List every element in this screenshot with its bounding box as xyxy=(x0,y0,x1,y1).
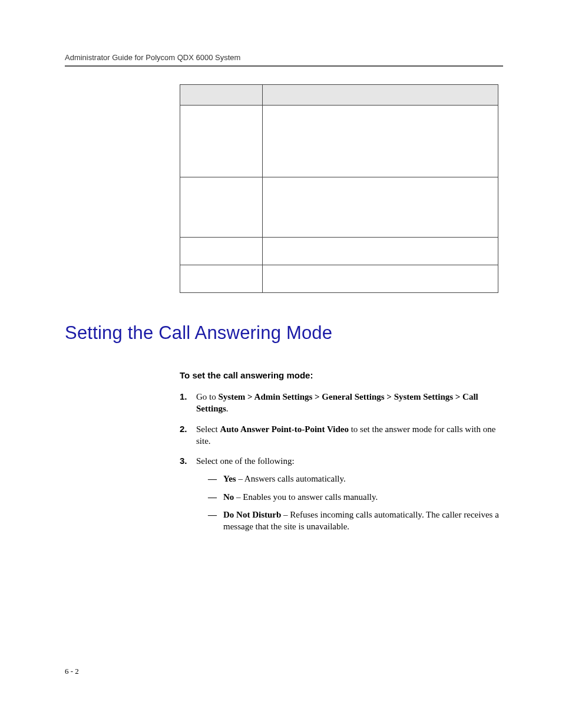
instructions-lead: To set the call answering mode: xyxy=(180,370,503,380)
step-3-text: Select one of the following: xyxy=(196,456,295,466)
table-row xyxy=(180,106,498,177)
document-page: Administrator Guide for Polycom QDX 6000… xyxy=(0,0,562,728)
step-2-pre: Select xyxy=(196,424,220,434)
settings-table xyxy=(180,84,498,293)
step-2-bold: Auto Answer Point-to-Point Video xyxy=(220,424,348,434)
table-cell xyxy=(263,265,498,293)
table-header-cell xyxy=(180,85,263,106)
header-rule xyxy=(65,65,503,67)
instructions-block: To set the call answering mode: Go to Sy… xyxy=(180,370,503,532)
step-1-post: . xyxy=(226,404,229,413)
options-list: Yes – Answers calls automatically. No – … xyxy=(208,473,503,532)
table-cell xyxy=(180,177,263,238)
table-row xyxy=(180,177,498,238)
step-3: Select one of the following: Yes – Answe… xyxy=(180,455,503,532)
step-2: Select Auto Answer Point-to-Point Video … xyxy=(180,423,503,447)
table-cell xyxy=(180,265,263,293)
table-cell xyxy=(263,177,498,238)
table-cell xyxy=(180,238,263,265)
option-no: No – Enables you to answer calls manuall… xyxy=(208,491,503,503)
table-row xyxy=(180,265,498,293)
option-dnd-bold: Do Not Disturb xyxy=(223,510,281,519)
option-no-bold: No xyxy=(223,492,234,502)
table-cell xyxy=(263,106,498,177)
table-header-row xyxy=(180,85,498,106)
section-heading: Setting the Call Answering Mode xyxy=(65,322,503,344)
step-1-pre: Go to xyxy=(196,392,219,401)
step-1: Go to System > Admin Settings > General … xyxy=(180,391,503,415)
step-1-bold: System > Admin Settings > General Settin… xyxy=(196,392,478,413)
table-cell xyxy=(263,238,498,265)
option-yes-post: – Answers calls automatically. xyxy=(236,474,346,483)
main-content xyxy=(180,84,503,293)
table-cell xyxy=(180,106,263,177)
header-title: Administrator Guide for Polycom QDX 6000… xyxy=(65,53,503,62)
page-number: 6 - 2 xyxy=(65,667,79,676)
option-yes-bold: Yes xyxy=(223,474,236,483)
option-no-post: – Enables you to answer calls manually. xyxy=(234,492,378,502)
steps-list: Go to System > Admin Settings > General … xyxy=(180,391,503,532)
table-row xyxy=(180,238,498,265)
table-header-cell xyxy=(263,85,498,106)
option-dnd: Do Not Disturb – Refuses incoming calls … xyxy=(208,509,503,533)
option-yes: Yes – Answers calls automatically. xyxy=(208,473,503,485)
